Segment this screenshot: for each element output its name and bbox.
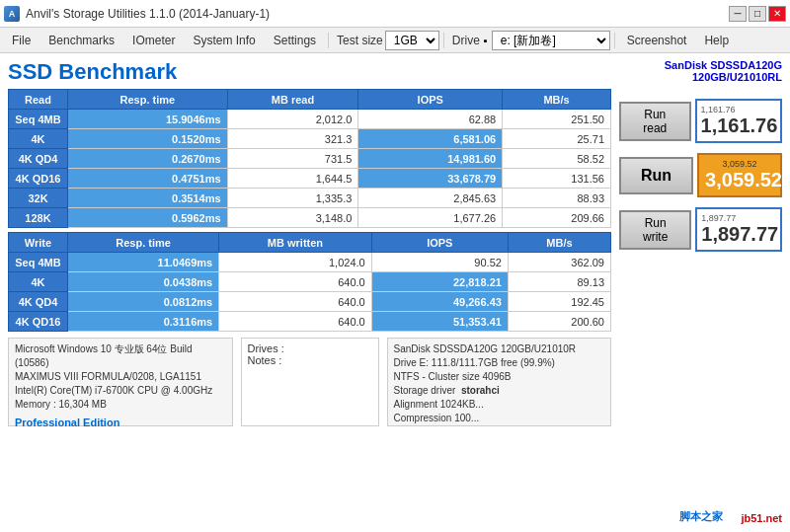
close-button[interactable]: ✕ [768,6,786,22]
write-score-value: 1,897.77 [701,223,776,246]
128k-r-iops: 1,677.26 [358,208,503,228]
4kqd16-w-mbs: 200.60 [508,312,610,332]
read-score-mini: 1,161.76 [701,105,776,114]
drive-info-line-1: SanDisk SDSSDA120G 120GB/U21010R [394,342,605,356]
32k-r-resp: 0.3514ms [68,189,228,208]
header-row: SSD Benchmark SanDisk SDSSDA120G 120GB/U… [8,59,782,85]
mbs-header: MB/s [503,90,611,110]
menu-settings[interactable]: Settings [266,32,324,49]
table-row: 4K QD16 0.3116ms 640.0 51,353.41 200.60 [9,312,611,332]
iops-header: IOPS [358,90,503,110]
drive-info-line-4: Storage driver storahci [394,384,605,398]
separator-3 [614,33,615,48]
drive-info-line-2: Drive E: 111.8/111.7GB free (99.9%) [394,356,605,370]
seq4mb-w-mb: 1,024.0 [219,253,371,272]
maximize-button[interactable]: □ [749,6,766,22]
bottom-area: Microsoft Windows 10 专业版 64位 Build (1058… [8,338,611,426]
4kqd16-w-mb: 640.0 [219,312,371,332]
drive-info: SanDisk SDSSDA120G 120GB/U21010R Drive E… [387,338,612,426]
drive-icon: ▪ [484,35,488,46]
4k-r-mbs: 25.71 [503,129,611,149]
watermark-site: jb51.net [741,512,782,524]
total-score-mini: 3,059.52 [705,159,774,169]
test-size-select[interactable]: 1GB 4GB 8GB [385,31,439,50]
menu-bar: File Benchmarks IOmeter System Info Sett… [0,28,790,53]
table-row: 32K 0.3514ms 1,335.3 2,845.63 88.93 [9,189,611,208]
write-table: Write Resp. time MB written IOPS MB/s Se… [8,232,611,332]
read-score-box: 1,161.76 1,161.76 [695,99,782,143]
4k-w-mb: 640.0 [219,272,371,292]
menu-help[interactable]: Help [696,32,737,49]
row-label-4kqd16-r: 4K QD16 [9,169,68,189]
write-score-row: Run write 1,897.77 1,897.77 [619,207,782,252]
table-row: 4K 0.1520ms 321.3 6,581.06 25.71 [9,129,611,149]
seq4mb-r-mbs: 251.50 [503,110,611,129]
row-label-4k-w: 4K [9,272,68,292]
4kqd4-r-iops: 14,981.60 [358,149,503,169]
4kqd4-w-iops: 49,266.43 [371,292,508,312]
menu-benchmarks[interactable]: Benchmarks [40,32,122,49]
32k-r-mbs: 88.93 [503,189,611,208]
4k-w-iops: 22,818.21 [371,272,508,292]
resp-time-header-w: Resp. time [68,233,219,253]
sys-info-line-3: Intel(R) Core(TM) i7-6700K CPU @ 4.00GHz [15,384,226,398]
sys-info: Microsoft Windows 10 专业版 64位 Build (1058… [8,338,233,426]
seq4mb-r-iops: 62.88 [358,110,503,129]
4kqd16-w-resp: 0.3116ms [68,312,219,332]
mb-read-header: MB read [227,90,358,110]
window-controls: ─ □ ✕ [729,6,786,22]
bench-layout: Read Resp. time MB read IOPS MB/s Seq 4M… [8,89,782,526]
read-table: Read Resp. time MB read IOPS MB/s Seq 4M… [8,89,611,228]
menu-sysinfo[interactable]: System Info [185,32,263,49]
drive-label: Drive [452,34,480,47]
4kqd16-r-mbs: 131.56 [503,169,611,189]
minimize-button[interactable]: ─ [729,6,747,22]
run-total-row: Run 3,059.52 3,059.52 [619,153,782,197]
table-row: 4K QD4 0.2670ms 731.5 14,981.60 58.52 [9,149,611,169]
4kqd16-r-iops: 33,678.79 [358,169,503,189]
4kqd4-w-mbs: 192.45 [508,292,610,312]
bench-tables: Read Resp. time MB read IOPS MB/s Seq 4M… [8,89,611,526]
seq4mb-w-mbs: 362.09 [508,253,610,272]
menu-iometer[interactable]: IOmeter [124,32,183,49]
row-label-4kqd4-r: 4K QD4 [9,149,68,169]
table-row: 4K 0.0438ms 640.0 22,818.21 89.13 [9,272,611,292]
table-row: 4K QD4 0.0812ms 640.0 49,266.43 192.45 [9,292,611,312]
seq4mb-r-resp: 15.9046ms [68,110,228,129]
4kqd4-r-mbs: 58.52 [503,149,611,169]
write-header: Write [9,233,68,253]
menu-file[interactable]: File [4,32,39,49]
128k-r-mb: 3,148.0 [227,208,358,228]
4kqd4-r-resp: 0.2670ms [68,149,228,169]
drive-info-line-6: Compression 100... [394,412,605,425]
seq4mb-r-mb: 2,012.0 [227,110,358,129]
4k-r-iops: 6,581.06 [358,129,503,149]
row-label-32k-r: 32K [9,189,68,208]
run-button[interactable]: Run [619,157,693,194]
run-write-button[interactable]: Run write [619,210,691,250]
separator-1 [328,33,329,48]
run-read-button[interactable]: Run read [619,102,691,141]
row-label-4kqd4-w: 4K QD4 [9,292,68,312]
drive-select[interactable]: e: [新加卷] [492,31,610,50]
4kqd16-w-iops: 51,353.41 [371,312,508,332]
drive-info-line-5: Alignment 1024KB... [394,398,605,412]
main-content: SSD Benchmark SanDisk SDSSDA120G 120GB/U… [0,53,790,532]
mbs-header-w: MB/s [508,233,610,253]
pro-edition: Professional Edition [15,416,226,430]
window-title: Anvil's Storage Utilities 1.1.0 (2014-Ja… [26,7,270,21]
128k-r-mbs: 209.66 [503,208,611,228]
seq4mb-w-iops: 90.52 [371,253,508,272]
device-info: SanDisk SDSSDA120G 120GB/U21010RL [665,59,782,83]
4kqd4-w-mb: 640.0 [219,292,371,312]
4k-r-mb: 321.3 [227,129,358,149]
4k-w-mbs: 89.13 [508,272,610,292]
row-label-128k-r: 128K [9,208,68,228]
title-bar: A Anvil's Storage Utilities 1.1.0 (2014-… [0,0,790,28]
sys-info-line-1: Microsoft Windows 10 专业版 64位 Build (1058… [15,342,226,370]
menu-screenshot[interactable]: Screenshot [619,32,695,49]
row-label-4kqd16-w: 4K QD16 [9,312,68,332]
drive-info-line-3: NTFS - Cluster size 4096B [394,370,605,384]
read-score-row: Run read 1,161.76 1,161.76 [619,99,782,143]
write-score-box: 1,897.77 1,897.77 [695,207,782,252]
